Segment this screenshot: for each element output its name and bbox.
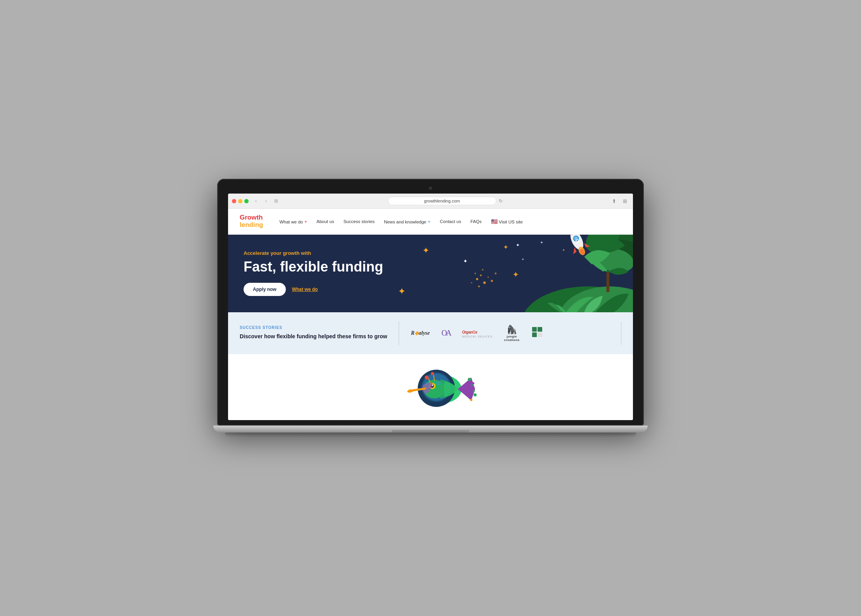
svg-text:✦: ✦ [521, 257, 524, 261]
success-divider-right [621, 322, 621, 345]
laptop-shadow [225, 433, 636, 437]
hero-illustration: G ✦ ✦ ✦ ✦ ✦ [447, 235, 633, 312]
site-logo[interactable]: Growth lending [240, 214, 263, 228]
navbar: Growth lending What we do + About us Suc… [228, 209, 633, 234]
svg-point-50 [474, 393, 477, 396]
grid-view-button[interactable]: ⊞ [272, 197, 280, 205]
news-plus-icon: + [427, 219, 430, 225]
mascot-section [228, 354, 633, 420]
address-bar-container: growthlending.com ↻ [284, 197, 607, 205]
svg-point-2 [474, 273, 476, 274]
svg-point-1 [480, 274, 482, 276]
svg-point-7 [491, 280, 493, 282]
svg-point-49 [472, 382, 474, 384]
svg-point-0 [476, 278, 478, 280]
oa-logo[interactable]: OA [441, 329, 450, 337]
svg-point-8 [471, 282, 472, 284]
us-flag-icon: 🇺🇸 [491, 218, 498, 225]
nav-visit-us-site[interactable]: 🇺🇸 Visit US site [486, 217, 527, 226]
svg-point-46 [431, 372, 434, 375]
what-we-do-link[interactable]: What we do [292, 287, 318, 292]
success-stories-section: SUCCESS STORIES Discover how flexible fu… [228, 312, 633, 354]
minimize-button-tl[interactable] [238, 199, 242, 203]
svg-rect-32 [538, 332, 542, 337]
svg-point-44 [425, 375, 429, 379]
close-button-tl[interactable] [232, 199, 236, 203]
maximize-button-tl[interactable] [244, 199, 249, 203]
svg-text:✦: ✦ [540, 240, 543, 244]
nav-what-we-do[interactable]: What we do + [275, 217, 312, 226]
hero-content: Accelerate your growth with Fast, flexib… [244, 250, 449, 312]
mascot-fish-svg [376, 362, 485, 412]
nav-success-stories[interactable]: Success stories [339, 218, 379, 225]
nav-about-us[interactable]: About us [312, 218, 339, 225]
browser-action-buttons: ⬆ ⊞ [610, 197, 629, 205]
what-we-do-plus-icon: + [304, 219, 307, 225]
success-divider-left [399, 322, 399, 345]
svg-rect-31 [532, 332, 537, 337]
hero-title: Fast, flexible funding [244, 259, 449, 275]
browser-nav-buttons: ‹ › ⊞ [252, 197, 280, 205]
svg-point-3 [483, 281, 486, 284]
realyse-logo[interactable]: R◆alyse [411, 330, 430, 336]
svg-text:✦: ✦ [503, 243, 508, 251]
hero-subtitle: Accelerate your growth with [244, 250, 449, 256]
svg-text:✦: ✦ [512, 270, 519, 279]
success-section-title: Discover how flexible funding helped the… [240, 333, 387, 341]
traffic-lights [232, 199, 249, 203]
svg-point-43 [473, 390, 475, 392]
reload-button[interactable]: ↻ [499, 198, 503, 204]
svg-point-9 [494, 272, 496, 274]
svg-point-6 [482, 269, 483, 270]
nav-news-knowledge[interactable]: News and knowledge + [379, 217, 435, 226]
svg-point-51 [470, 399, 472, 401]
success-section-label: SUCCESS STORIES [240, 325, 387, 330]
svg-point-5 [478, 286, 480, 287]
grid-logo[interactable] [531, 326, 544, 340]
laptop-base [213, 426, 648, 433]
svg-point-48 [468, 378, 471, 381]
apply-now-button[interactable]: Apply now [244, 283, 286, 296]
address-input[interactable]: growthlending.com [388, 197, 496, 205]
forward-button[interactable]: › [262, 197, 270, 205]
website-content: Growth lending What we do + About us Suc… [228, 209, 633, 420]
svg-point-52 [436, 381, 441, 386]
hero-buttons: Apply now What we do [244, 283, 449, 296]
nav-menu: What we do + About us Success stories Ne… [275, 217, 621, 226]
hero-section: ✦ ✦ ✦ ✦ Accelerate your growth with Fast… [228, 235, 633, 312]
svg-rect-29 [532, 327, 537, 332]
svg-text:✦: ✦ [562, 248, 565, 252]
share-button[interactable]: ⬆ [610, 197, 618, 205]
organox-logo[interactable]: OrganOx MEDICAL DEVICES [462, 328, 493, 338]
back-button[interactable]: ‹ [252, 197, 260, 205]
jungle-creations-logo[interactable]: 🦍 junglecreations [504, 325, 520, 342]
laptop-camera [429, 187, 432, 190]
svg-rect-30 [538, 327, 542, 332]
logo-lending: lending [240, 221, 263, 229]
nav-contact-us[interactable]: Contact us [435, 218, 466, 225]
svg-point-4 [488, 276, 489, 278]
new-tab-button[interactable]: ⊞ [621, 197, 629, 205]
logo-growth: Growth [240, 214, 263, 221]
success-stories-left: SUCCESS STORIES Discover how flexible fu… [240, 325, 387, 341]
nav-faqs[interactable]: FAQs [466, 218, 486, 225]
browser-window: ‹ › ⊞ growthlending.com ↻ ⬆ ⊞ G [228, 194, 633, 420]
browser-chrome: ‹ › ⊞ growthlending.com ↻ ⬆ ⊞ [228, 194, 633, 209]
partner-logos-row: R◆alyse OA OrganOx MEDICAL DEVICES [411, 325, 609, 342]
